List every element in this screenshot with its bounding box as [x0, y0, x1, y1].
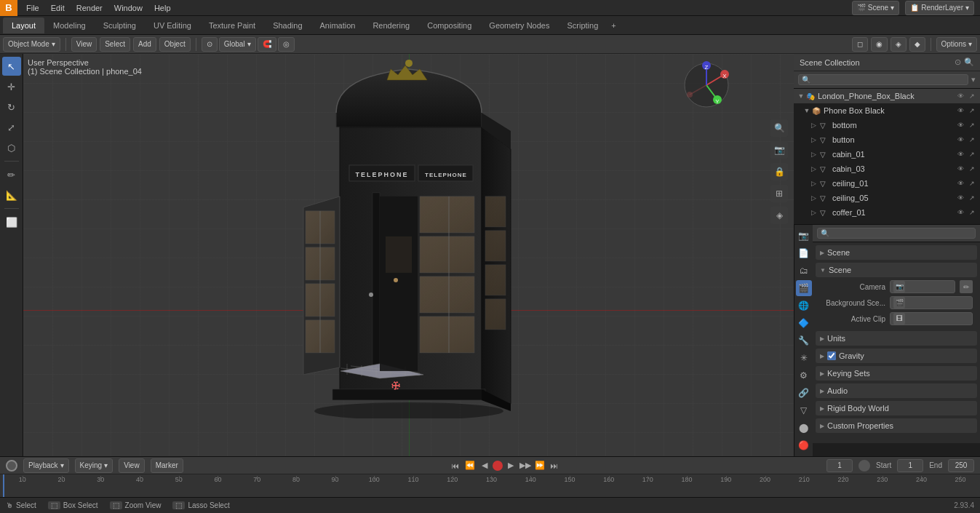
- prop-modifier-icon[interactable]: 🔧: [796, 333, 812, 349]
- tab-scripting[interactable]: Scripting: [558, 17, 607, 33]
- tab-uv-editing[interactable]: UV Editing: [145, 17, 200, 33]
- prop-shader-icon[interactable]: 🔴: [796, 437, 812, 453]
- prev-keyframe-btn[interactable]: ⏪: [463, 459, 477, 472]
- gravity-header[interactable]: ▶ Gravity: [816, 349, 977, 363]
- menu-window[interactable]: Window: [108, 0, 148, 16]
- zoom-to-fit-icon[interactable]: 🔍: [770, 119, 788, 137]
- viewport-shading-solid[interactable]: ◉: [871, 37, 888, 52]
- prop-render-icon[interactable]: 📷: [796, 228, 812, 244]
- keying-header[interactable]: ▶ Keying Sets: [816, 366, 977, 381]
- view-btn-coffer_01[interactable]: 👁: [955, 207, 965, 218]
- xray-icon[interactable]: ◈: [770, 207, 788, 224]
- proportional-btn[interactable]: ◎: [278, 37, 295, 52]
- view-btn-bottom[interactable]: 👁: [955, 120, 965, 130]
- marker-menu[interactable]: Marker: [151, 458, 183, 473]
- camera-edit-btn[interactable]: ✏: [960, 280, 973, 293]
- london-select-btn[interactable]: ↗: [967, 106, 977, 116]
- tab-texture-paint[interactable]: Texture Paint: [200, 17, 264, 33]
- tab-modeling[interactable]: Modeling: [44, 17, 95, 33]
- active-clip-value[interactable]: 🎞: [890, 312, 973, 325]
- play-btn[interactable]: ▶: [504, 459, 517, 472]
- next-keyframe-btn[interactable]: ⏩: [533, 459, 546, 472]
- select-btn-ceiling_05[interactable]: ↗: [967, 193, 977, 203]
- lock-view-icon[interactable]: 🔒: [770, 163, 788, 180]
- timeline-view-menu[interactable]: View: [119, 458, 145, 473]
- tool-measure[interactable]: 📐: [2, 186, 21, 204]
- tool-annotate[interactable]: ✏: [2, 165, 21, 184]
- outliner-item-coffer_02[interactable]: ▷ ▽ coffer_02 👁 ↗: [794, 220, 980, 225]
- select-btn-ceiling_01[interactable]: ↗: [967, 178, 977, 188]
- menu-edit[interactable]: Edit: [45, 0, 71, 16]
- tool-rotate[interactable]: ↻: [2, 98, 21, 116]
- outliner-item-button[interactable]: ▷ ▽ button 👁 ↗: [794, 132, 980, 147]
- viewport-shading-render[interactable]: ◆: [909, 37, 925, 52]
- prop-viewlayer-icon[interactable]: 🗂: [796, 263, 812, 279]
- tab-animation[interactable]: Animation: [311, 17, 364, 33]
- camera-view-icon[interactable]: 📷: [770, 141, 788, 159]
- outliner-filter-icon[interactable]: ⊙: [955, 57, 961, 67]
- options-dropdown[interactable]: Options ▾: [936, 37, 977, 52]
- outliner-item-cabin_01[interactable]: ▷ ▽ cabin_01 👁 ↗: [794, 147, 980, 162]
- london-view-btn[interactable]: 👁: [955, 106, 965, 116]
- viewport-shading-material[interactable]: ◈: [891, 37, 907, 52]
- prop-scene-icon[interactable]: 🎬: [796, 280, 812, 296]
- tab-rendering[interactable]: Rendering: [364, 17, 418, 33]
- outliner-item-cabin_03[interactable]: ▷ ▽ cabin_03 👁 ↗: [794, 162, 980, 176]
- outliner-item-london[interactable]: ▼ 📦 Phone Box Black 👁 ↗: [794, 103, 980, 118]
- current-frame-input[interactable]: 1: [826, 459, 853, 472]
- scene-detail-header[interactable]: ▼ Scene: [816, 263, 977, 277]
- tab-shading[interactable]: Shading: [264, 17, 311, 33]
- prop-world-icon[interactable]: 🌐: [796, 298, 812, 314]
- tab-layout[interactable]: Layout: [3, 17, 44, 33]
- menu-file[interactable]: File: [20, 0, 45, 16]
- select-btn-cabin_03[interactable]: ↗: [967, 164, 977, 174]
- keying-menu[interactable]: Keying ▾: [75, 458, 113, 473]
- transform-pivot-btn[interactable]: ⊙: [202, 37, 218, 52]
- view-menu[interactable]: View: [71, 37, 97, 52]
- view-btn-cabin_03[interactable]: 👁: [955, 164, 965, 174]
- filter-icon[interactable]: ▾: [971, 75, 976, 84]
- transform-orientation[interactable]: Global ▾: [219, 37, 256, 52]
- root-select-btn[interactable]: ↗: [967, 91, 977, 101]
- select-btn-cabin_01[interactable]: ↗: [967, 149, 977, 159]
- jump-start-btn[interactable]: ⏮: [449, 459, 462, 472]
- step-back-btn[interactable]: ◀: [478, 459, 491, 472]
- bg-scene-value[interactable]: 🎬: [890, 296, 973, 309]
- tool-add-cube[interactable]: ⬜: [2, 212, 21, 231]
- overlay-icon[interactable]: ⊞: [770, 185, 788, 202]
- outliner-item-coffer_01[interactable]: ▷ ▽ coffer_01 👁 ↗: [794, 205, 980, 220]
- prop-object-icon[interactable]: 🔷: [796, 315, 812, 331]
- units-header[interactable]: ▶ Units: [816, 331, 977, 346]
- outliner-item-ceiling_05[interactable]: ▷ ▽ ceiling_05 👁 ↗: [794, 191, 980, 205]
- menu-help[interactable]: Help: [148, 0, 177, 16]
- record-btn[interactable]: [493, 461, 503, 471]
- add-menu[interactable]: Add: [133, 37, 156, 52]
- step-forward-btn[interactable]: ▶▶: [519, 459, 532, 472]
- select-btn-coffer_01[interactable]: ↗: [967, 207, 977, 218]
- outliner-item-bottom[interactable]: ▷ ▽ bottom 👁 ↗: [794, 118, 980, 132]
- tool-transform[interactable]: ⬡: [2, 138, 21, 157]
- tab-sculpting[interactable]: Sculpting: [95, 17, 145, 33]
- camera-value[interactable]: 📷: [890, 280, 955, 293]
- outliner-item-root[interactable]: ▼ 🎭 London_Phone_Box_Black 👁 ↗: [794, 89, 980, 103]
- view-btn-ceiling_05[interactable]: 👁: [955, 193, 965, 203]
- viewport[interactable]: TELEPHONE TELEPHONE: [23, 54, 794, 456]
- render-layer-selector[interactable]: 📋 RenderLayer ▾: [905, 1, 974, 15]
- playback-menu[interactable]: Playback ▾: [23, 458, 69, 473]
- tab-compositing[interactable]: Compositing: [418, 17, 480, 33]
- select-btn-button[interactable]: ↗: [967, 135, 977, 145]
- start-frame-input[interactable]: 1: [897, 459, 923, 472]
- prop-material-icon[interactable]: ⬤: [796, 420, 812, 436]
- prop-physics-icon[interactable]: ⚙: [796, 367, 812, 383]
- jump-end-btn[interactable]: ⏭: [548, 459, 561, 472]
- outliner-search-icon[interactable]: 🔍: [964, 57, 974, 67]
- menu-render[interactable]: Render: [71, 0, 108, 16]
- audio-header[interactable]: ▶ Audio: [816, 383, 977, 398]
- end-frame-input[interactable]: 250: [948, 459, 974, 472]
- tool-cursor[interactable]: ↖: [2, 57, 21, 76]
- object-menu[interactable]: Object: [159, 37, 191, 52]
- gravity-checkbox[interactable]: [827, 351, 836, 360]
- outliner-item-ceiling_01[interactable]: ▷ ▽ ceiling_01 👁 ↗: [794, 176, 980, 191]
- snap-btn[interactable]: 🧲: [258, 37, 276, 52]
- tool-scale[interactable]: ⤢: [2, 118, 21, 137]
